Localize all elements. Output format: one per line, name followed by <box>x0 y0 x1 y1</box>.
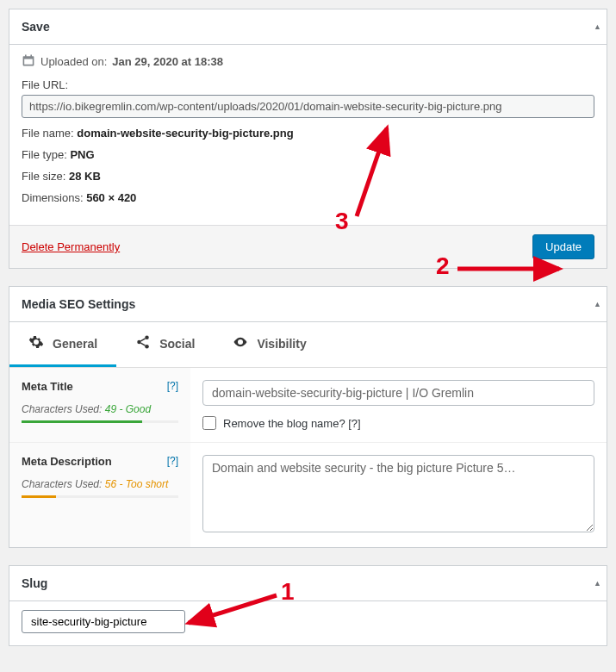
uploaded-label: Uploaded on: <box>40 55 107 68</box>
save-actions: Delete Permanently Update <box>9 225 607 268</box>
file-url-input[interactable] <box>22 95 594 118</box>
meta-title-chars-value: 49 - Good <box>105 403 151 415</box>
uploaded-value: Jan 29, 2020 at 18:38 <box>112 55 223 68</box>
collapse-icon[interactable]: ▲ <box>594 300 601 308</box>
seo-panel: Media SEO Settings ▲ General Social Visi… <box>9 286 607 548</box>
meta-desc-chars-value: 56 - Too short <box>105 478 169 490</box>
remove-blog-name-checkbox[interactable] <box>202 416 216 430</box>
remove-blog-name-label: Remove the blog name? [?] <box>223 417 361 430</box>
dimensions-value: 560 × 420 <box>86 191 136 204</box>
tab-visibility[interactable]: Visibility <box>214 322 325 367</box>
seo-tabs: General Social Visibility <box>9 322 607 368</box>
meta-desc-textarea[interactable] <box>202 455 594 532</box>
slug-panel-header[interactable]: Slug ▲ <box>9 566 607 601</box>
tab-visibility-label: Visibility <box>257 337 306 351</box>
save-panel: Save ▲ Uploaded on: Jan 29, 2020 at 18:3… <box>9 9 607 269</box>
meta-desc-label: Meta Description <box>22 455 112 468</box>
file-url-label: File URL: <box>22 78 68 91</box>
seo-panel-header[interactable]: Media SEO Settings ▲ <box>9 287 607 322</box>
meta-title-progress <box>22 420 178 423</box>
tab-general-label: General <box>53 337 97 351</box>
meta-desc-chars-label: Characters Used: <box>22 478 102 490</box>
update-button[interactable]: Update <box>532 234 594 259</box>
tab-social-label: Social <box>159 337 195 351</box>
share-icon <box>135 334 151 352</box>
svg-point-4 <box>145 345 149 349</box>
meta-title-help-icon[interactable]: [?] <box>167 380 178 392</box>
dimensions-label: Dimensions: <box>22 191 84 204</box>
file-name-value: domain-website-security-big-picture.png <box>77 127 293 140</box>
gear-icon <box>28 334 44 352</box>
file-type-label: File type: <box>22 148 67 161</box>
save-panel-header[interactable]: Save ▲ <box>9 9 607 45</box>
meta-description-row: Meta Description [?] Characters Used: 56… <box>9 443 607 547</box>
slug-panel: Slug ▲ 1 <box>9 565 607 646</box>
collapse-icon[interactable]: ▲ <box>594 22 601 31</box>
slug-panel-title: Slug <box>22 576 47 590</box>
tab-general[interactable]: General <box>9 322 116 367</box>
tab-social[interactable]: Social <box>116 322 214 367</box>
slug-input[interactable] <box>22 610 185 633</box>
save-panel-title: Save <box>22 20 50 34</box>
eye-icon <box>233 334 248 352</box>
collapse-icon[interactable]: ▲ <box>594 579 601 588</box>
meta-title-row: Meta Title [?] Characters Used: 49 - Goo… <box>9 368 607 443</box>
calendar-icon <box>22 53 35 70</box>
file-type-value: PNG <box>70 148 94 161</box>
svg-point-3 <box>145 336 149 340</box>
save-panel-body: Uploaded on: Jan 29, 2020 at 18:38 File … <box>9 45 607 225</box>
file-name-label: File name: <box>22 127 74 140</box>
seo-panel-title: Media SEO Settings <box>22 297 135 311</box>
meta-title-chars-label: Characters Used: <box>22 403 102 415</box>
meta-desc-progress <box>22 495 178 498</box>
delete-permanently-link[interactable]: Delete Permanently <box>22 240 120 253</box>
file-size-label: File size: <box>22 170 65 183</box>
meta-desc-help-icon[interactable]: [?] <box>167 455 178 467</box>
meta-title-input[interactable] <box>202 380 594 406</box>
file-size-value: 28 KB <box>69 170 101 183</box>
meta-title-label: Meta Title <box>22 380 73 393</box>
